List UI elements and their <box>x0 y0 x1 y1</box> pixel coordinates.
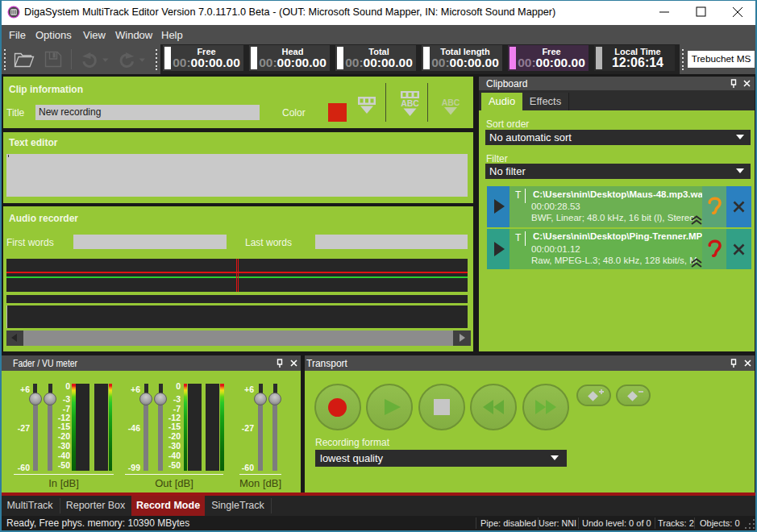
svg-text:ABC: ABC <box>401 98 419 108</box>
svg-text:ABC: ABC <box>442 98 460 107</box>
